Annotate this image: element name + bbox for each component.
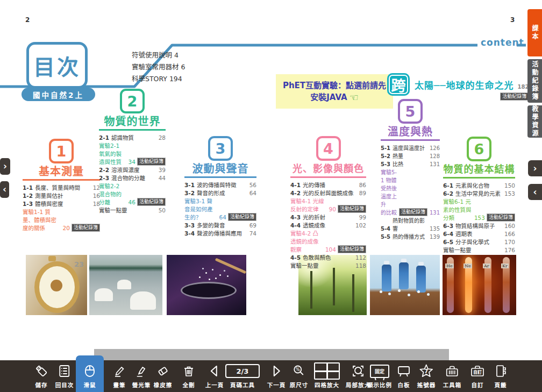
toc-item[interactable]: 實驗一點靈 176 <box>443 246 515 254</box>
toc-item[interactable]: 4-2 光的反射與面鏡成像 89 <box>290 189 366 197</box>
toolbar-item-prev-page[interactable]: 上一頁 <box>205 363 224 389</box>
toolbar-item-eraser[interactable]: 橡皮擦 <box>154 363 173 389</box>
item-title: 認識物質 <box>111 134 156 142</box>
side-tab[interactable]: 教學資源 <box>527 105 542 138</box>
toc-item[interactable]: 實驗5-1 物體受熱後溫度上升 的比較 131 活動紀錄簿 <box>381 168 440 217</box>
toolbar-item-pen[interactable]: 畫筆 <box>112 363 126 389</box>
section-item-list: 5-1 溫度與溫度計 126 5-2 熱量 128 5-3 比熱 131 實驗 <box>381 144 440 241</box>
toc-item[interactable]: 1-1 長度、質量與時間 12 <box>23 184 100 192</box>
item-page: 176 <box>504 246 515 254</box>
left-next-arrow-button[interactable]: › <box>0 158 10 175</box>
toc-item[interactable]: 5-1 溫度與溫度計 126 <box>381 144 440 152</box>
item-number: 5-4 <box>381 225 390 233</box>
toolbar-item-display-ratio[interactable]: 固定 顯示比例 <box>367 363 392 389</box>
toolbar-item-next-page[interactable]: 下一頁 <box>267 363 286 389</box>
toc-item[interactable]: 5-2 熱量 128 <box>381 152 440 160</box>
section-title: 物質的基本結構 <box>444 163 515 176</box>
toc-item[interactable]: 實驗4-1 光線反射的定律 90 活動紀錄簿 <box>290 197 366 213</box>
toc-item[interactable]: 6-1 元素與化合物 150 <box>443 182 515 190</box>
quad-zoom-icon <box>314 363 340 379</box>
toc-item[interactable]: 實驗一點靈 50 <box>99 206 166 215</box>
section-item-list: 3-1 波的傳播與特徵 56 3-2 聲音的形成 64 實驗3-1 聲音是如何產… <box>184 181 256 238</box>
item-title: 光的折射 <box>303 213 357 222</box>
toc-item[interactable]: 6-3 物質結構與原子 160 <box>443 222 515 230</box>
toc-item[interactable]: 實驗6-1 元素的性質與分類 153 活動紀錄簿 <box>443 198 515 222</box>
toc-item[interactable]: 3-4 聲波的傳播與應用 74 <box>184 230 256 238</box>
toc-item[interactable]: 實驗2-1 氧氣的製造與性質 34 活動紀錄簿 <box>99 142 166 166</box>
toc-item[interactable]: 4-1 光的傳播 86 <box>290 181 366 189</box>
toc-item[interactable]: 2-2 溶液與濃度 39 <box>99 166 166 174</box>
toc-item[interactable]: 1-2 測量與估計 16 <box>23 192 100 200</box>
toolbar-item-highlighter[interactable]: 螢光筆 <box>132 363 151 389</box>
section-number-badge: 2 <box>120 89 145 113</box>
toc-item[interactable]: 實驗1-1 質量、體積與密 度的關係 20 活動紀錄簿 <box>23 208 100 232</box>
toc-item[interactable]: 3-1 波的傳播與特徵 56 <box>184 181 256 189</box>
item-page: 50 <box>159 206 166 215</box>
toolbar-item-custom[interactable]: 自訂 自訂 <box>470 363 485 389</box>
toc-item[interactable]: 2-3 混合物的分離 44 <box>99 174 166 182</box>
toolbar-item-original-size[interactable]: % 原尺寸 <box>290 363 309 389</box>
toolbar-item-toolbox[interactable]: 工具箱 <box>443 363 462 389</box>
toc-item[interactable]: 實驗2-2 混合物的分離 46 活動紀錄簿 <box>99 182 166 206</box>
right-prev-arrow-button[interactable]: ‹ <box>528 184 542 200</box>
toc-item[interactable]: 4-5 色散與顏色 112 <box>290 254 366 262</box>
item-page: 64 <box>249 189 256 197</box>
activity-book-tag[interactable]: 活動紀錄簿 <box>137 198 166 206</box>
toc-section-s6: 6 物質的基本結構 6-1 元素與化合物 150 6-2 生活中常見的元素 15… <box>443 137 515 254</box>
toc-item[interactable]: 5-5 熱的傳播方式 139 <box>381 233 440 241</box>
item-title: 實驗一點靈 <box>290 262 353 270</box>
item-title: 混合物的分離 <box>111 174 156 182</box>
toc-item[interactable]: 5-4 熱對物質的影響 135 <box>381 217 440 233</box>
toolbar-item-toc[interactable]: 回目次 <box>55 363 74 389</box>
right-next-arrow-button[interactable]: › <box>528 160 542 176</box>
toolbar-item-quad-zoom[interactable]: 四格放大 <box>314 363 340 389</box>
toc-item[interactable]: 5-3 比熱 131 <box>381 160 440 168</box>
item-page: 170 <box>504 238 515 246</box>
toc-section-s3: 3 波動與聲音 3-1 波的傳播與特徵 56 3-2 聲音的形成 64 實驗3-… <box>184 136 256 238</box>
toc-item[interactable]: 實驗3-1 聲音是如何產生的？ 64 活動紀錄簿 <box>184 197 256 222</box>
toc-item[interactable]: 4-4 透鏡成像 102 <box>290 222 366 230</box>
item-number: 4-5 <box>290 254 301 262</box>
section-item-list: 6-1 元素與化合物 150 6-2 生活中常見的元素 153 實驗6-1 元素… <box>443 182 515 254</box>
item-page: 99 <box>359 213 366 222</box>
left-prev-arrow-button[interactable]: ‹ <box>0 181 9 198</box>
toc-item[interactable]: 6-2 生活中常見的元素 153 <box>443 190 515 198</box>
toolbar-item-save[interactable]: 儲存 <box>34 363 48 389</box>
item-title: 波的傳播與特徵 <box>197 181 247 189</box>
toolbar-item-whiteboard[interactable]: 白板 <box>397 363 411 389</box>
toolbar-item-delete-all[interactable]: 全刪 <box>182 363 196 389</box>
toc-item[interactable]: 6-4 週期表 166 <box>443 230 515 238</box>
toc-item[interactable]: 4-3 光的折射 99 <box>290 213 366 222</box>
activity-book-tag[interactable]: 活動紀錄簿 <box>399 208 427 216</box>
toc-item[interactable]: 6-5 分子與化學式 170 <box>443 238 515 246</box>
toolbar-item-number-picker[interactable]: 7 搖號器 <box>417 363 436 389</box>
activity-book-tag[interactable]: 活動紀錄簿 <box>72 224 100 232</box>
save-icon <box>34 363 48 379</box>
page-tool-icon: 2/3 <box>225 363 260 379</box>
item-title: 色散與顏色 <box>303 254 353 262</box>
item-title: 生活中常見的元素 <box>455 190 502 198</box>
activity-book-tag[interactable]: 活動紀錄簿 <box>137 158 166 166</box>
toc-item[interactable]: 2-1 認識物質 28 <box>99 134 166 142</box>
toolbar-item-page-tool[interactable]: 2/3 頁碼工具 <box>225 363 260 389</box>
activity-book-tag[interactable]: 活動紀錄簿 <box>338 205 366 213</box>
activity-book-tag[interactable]: 活動紀錄簿 <box>487 213 515 222</box>
tool-label: 畫筆 <box>113 381 126 389</box>
toc-item[interactable]: 3-3 多變的聲音 69 <box>184 222 256 230</box>
item-page: 131 <box>430 160 440 168</box>
item-page: 86 <box>359 181 366 189</box>
item-number: 6-3 <box>443 222 453 230</box>
side-tab[interactable]: 課本 <box>527 9 542 56</box>
toc-item[interactable]: 3-2 聲音的形成 64 <box>184 189 256 197</box>
toc-item[interactable]: 實驗4-2 凸透鏡的成像觀察 104 活動紀錄簿 <box>290 230 366 254</box>
toc-item[interactable]: 1-3 體積與密度 18 <box>23 200 100 208</box>
number-picker-icon: 7 <box>419 363 434 379</box>
toolbar-item-page-tabs[interactable]: 頁籤 <box>494 363 508 389</box>
toc-item[interactable]: 實驗一點靈 118 <box>290 262 366 270</box>
activity-book-tag[interactable]: 活動紀錄簿 <box>338 245 366 253</box>
toc-section-s2: 2 物質的世界 2-1 認識物質 28 實驗2-1 氧氣的製造與性質 34 活動… <box>99 89 166 215</box>
item-page: 74 <box>249 230 256 238</box>
toolbar-item-mouse[interactable]: 滑鼠 <box>76 355 104 392</box>
side-tab[interactable]: 活動紀錄簿 <box>527 59 542 103</box>
activity-book-tag[interactable]: 活動紀錄簿 <box>228 213 256 221</box>
